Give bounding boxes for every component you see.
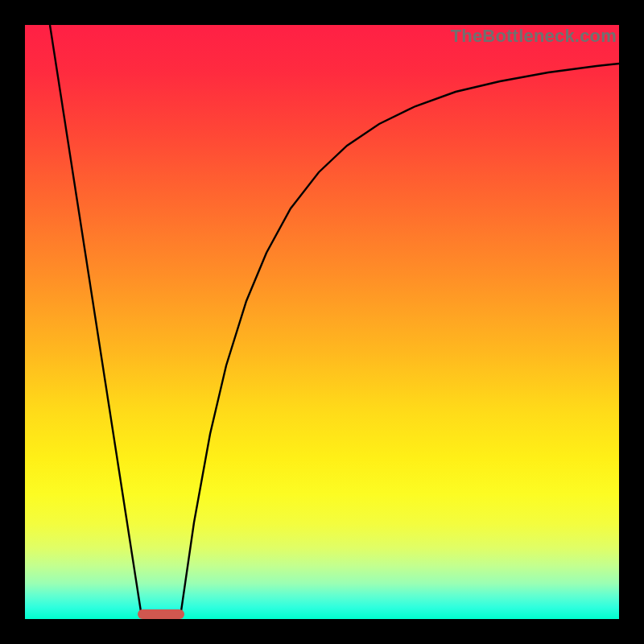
left-leg-line — [50, 25, 142, 617]
chart-frame: TheBottleneck.com — [0, 0, 644, 644]
optimal-range-bar — [138, 609, 184, 619]
right-curve-line — [180, 64, 619, 617]
bottleneck-curve — [25, 25, 619, 619]
plot-area — [25, 25, 619, 619]
watermark-label: TheBottleneck.com — [451, 26, 617, 47]
